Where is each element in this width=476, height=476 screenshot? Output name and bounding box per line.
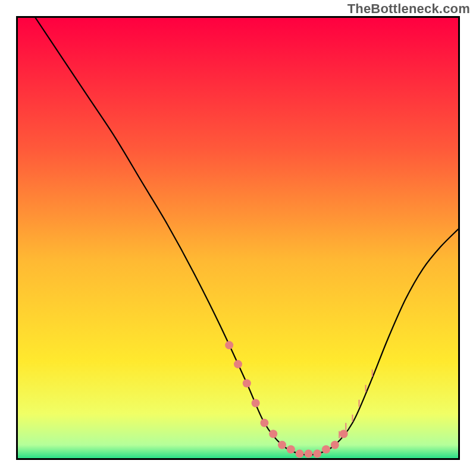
svg-point-18 [331, 441, 339, 449]
gradient-background [18, 18, 458, 458]
svg-point-9 [252, 399, 260, 408]
svg-point-11 [269, 430, 277, 438]
svg-point-16 [313, 450, 321, 458]
svg-point-17 [322, 445, 330, 453]
svg-point-14 [296, 450, 304, 458]
svg-point-15 [304, 450, 312, 458]
svg-point-8 [243, 379, 251, 387]
chart-svg [18, 18, 458, 458]
svg-point-10 [260, 419, 268, 427]
svg-point-6 [225, 341, 233, 349]
plot-frame [16, 16, 460, 460]
svg-point-19 [340, 430, 348, 438]
svg-point-7 [234, 360, 242, 368]
svg-point-12 [278, 441, 286, 449]
svg-point-13 [287, 445, 295, 453]
chart-container: TheBottleneck.com [0, 0, 476, 476]
watermark-text: TheBottleneck.com [347, 1, 470, 17]
